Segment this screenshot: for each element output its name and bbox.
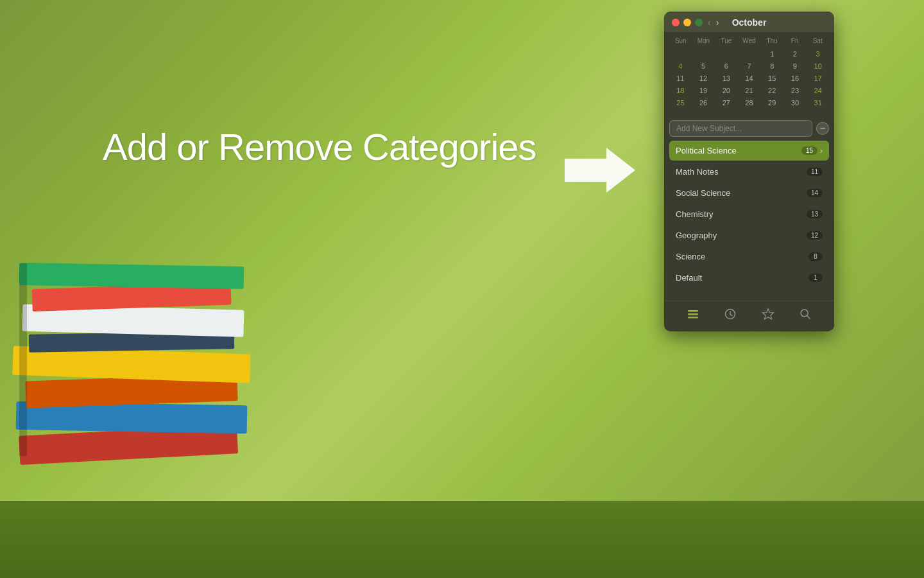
cal-day[interactable]: 21: [738, 85, 760, 96]
cal-day[interactable]: 31: [807, 97, 829, 109]
svg-rect-11: [688, 313, 698, 315]
subject-count: 15: [801, 146, 817, 155]
subject-item[interactable]: Geography12: [669, 225, 829, 245]
cal-day[interactable]: 28: [738, 97, 760, 109]
subject-count: 13: [807, 210, 823, 218]
subject-list: Political Science15›Math Notes11Social S…: [664, 141, 834, 288]
subject-right: 11: [807, 168, 823, 176]
svg-rect-8: [19, 263, 27, 456]
cal-day[interactable]: 2: [784, 48, 807, 60]
cal-day[interactable]: 3: [807, 48, 829, 60]
search-icon[interactable]: [799, 308, 812, 324]
subject-right: 15›: [801, 146, 823, 155]
subject-name: Default: [676, 273, 702, 283]
direction-arrow: [565, 144, 635, 196]
cal-day[interactable]: 26: [692, 97, 715, 109]
cal-day[interactable]: 8: [761, 60, 783, 72]
subject-item[interactable]: Science8: [669, 247, 829, 267]
cal-day[interactable]: 24: [807, 85, 829, 96]
subject-right: 12: [807, 231, 823, 240]
subject-right: 8: [809, 252, 823, 261]
subject-name: Math Notes: [676, 167, 718, 177]
subject-item[interactable]: Math Notes11: [669, 162, 829, 182]
grass-ground: [0, 501, 924, 578]
list-icon[interactable]: [687, 308, 699, 324]
add-subject-input[interactable]: [669, 120, 812, 137]
nav-arrows: ‹ ›: [706, 18, 720, 27]
subject-count: 12: [807, 231, 823, 240]
cal-day[interactable]: 15: [761, 73, 783, 84]
cal-day[interactable]: 16: [784, 73, 807, 84]
svg-line-18: [807, 316, 810, 319]
subject-count: 8: [809, 252, 823, 261]
cal-day[interactable]: 9: [784, 60, 807, 72]
cal-day[interactable]: 7: [738, 60, 760, 72]
cal-header-wed: Wed: [738, 36, 761, 46]
subject-right: 1: [809, 274, 823, 282]
svg-rect-10: [688, 310, 698, 312]
cal-day[interactable]: 11: [669, 73, 692, 84]
cal-day: [692, 48, 715, 60]
subject-count: 14: [807, 189, 823, 197]
title-bar: ‹ › October: [664, 12, 834, 32]
cal-day[interactable]: 6: [715, 60, 737, 72]
add-subject-area: −: [664, 115, 834, 141]
subject-right: 14: [807, 189, 823, 197]
next-month-button[interactable]: ›: [715, 18, 721, 27]
calendar-header: Sun Mon Tue Wed Thu Fri Sat: [669, 36, 829, 46]
cal-day[interactable]: 12: [692, 73, 715, 84]
cal-day[interactable]: 29: [761, 97, 783, 109]
svg-rect-7: [19, 263, 244, 289]
cal-day[interactable]: 25: [669, 97, 692, 109]
remove-subject-button[interactable]: −: [816, 122, 829, 135]
subject-item[interactable]: Chemistry13: [669, 204, 829, 224]
cal-header-mon: Mon: [692, 36, 715, 46]
subject-name: Science: [676, 252, 705, 261]
month-title: October: [732, 17, 767, 28]
subject-item[interactable]: Political Science15›: [669, 141, 829, 161]
cal-day[interactable]: 18: [669, 85, 692, 96]
cal-day[interactable]: 4: [669, 60, 692, 72]
cal-day: [669, 48, 692, 60]
calendar-grid: 1234567891011121314151617181920212223242…: [669, 48, 829, 109]
subject-name: Social Science: [676, 188, 730, 198]
subject-item[interactable]: Social Science14: [669, 183, 829, 203]
cal-day: [738, 48, 760, 60]
cal-day[interactable]: 13: [715, 73, 737, 84]
cal-day[interactable]: 14: [738, 73, 760, 84]
books-stack: [0, 161, 276, 495]
star-icon[interactable]: [762, 308, 774, 324]
calendar: Sun Mon Tue Wed Thu Fri Sat 123456789101…: [664, 32, 834, 115]
prev-month-button[interactable]: ‹: [706, 18, 712, 27]
cal-day[interactable]: 1: [761, 48, 783, 60]
subject-count: 1: [809, 274, 823, 282]
cal-header-sat: Sat: [806, 36, 829, 46]
cal-header-fri: Fri: [783, 36, 807, 46]
close-button[interactable]: [672, 19, 680, 26]
svg-marker-16: [762, 309, 773, 319]
cal-day[interactable]: 27: [715, 97, 737, 109]
subject-name: Political Science: [676, 146, 737, 155]
cal-header-thu: Thu: [760, 36, 783, 46]
cal-header-tue: Tue: [715, 36, 738, 46]
minimize-button[interactable]: [683, 19, 691, 26]
cal-day[interactable]: 20: [715, 85, 737, 96]
subject-item[interactable]: Default1: [669, 268, 829, 288]
cal-day[interactable]: 5: [692, 60, 715, 72]
cal-day[interactable]: 17: [807, 73, 829, 84]
cal-day[interactable]: 22: [761, 85, 783, 96]
svg-line-15: [730, 315, 732, 316]
app-window: ‹ › October Sun Mon Tue Wed Thu Fri Sat …: [664, 12, 834, 331]
cal-day: [715, 48, 737, 60]
maximize-button[interactable]: [695, 19, 703, 26]
cal-day[interactable]: 19: [692, 85, 715, 96]
traffic-lights: [672, 19, 703, 26]
cal-day[interactable]: 10: [807, 60, 829, 72]
subject-right: 13: [807, 210, 823, 218]
chevron-right-icon: ›: [820, 146, 823, 155]
cal-day[interactable]: 23: [784, 85, 807, 96]
clock-icon[interactable]: [724, 308, 737, 324]
cal-day[interactable]: 30: [784, 97, 807, 109]
subject-name: Chemistry: [676, 209, 714, 219]
main-heading: Add or Remove Categories: [103, 125, 536, 168]
